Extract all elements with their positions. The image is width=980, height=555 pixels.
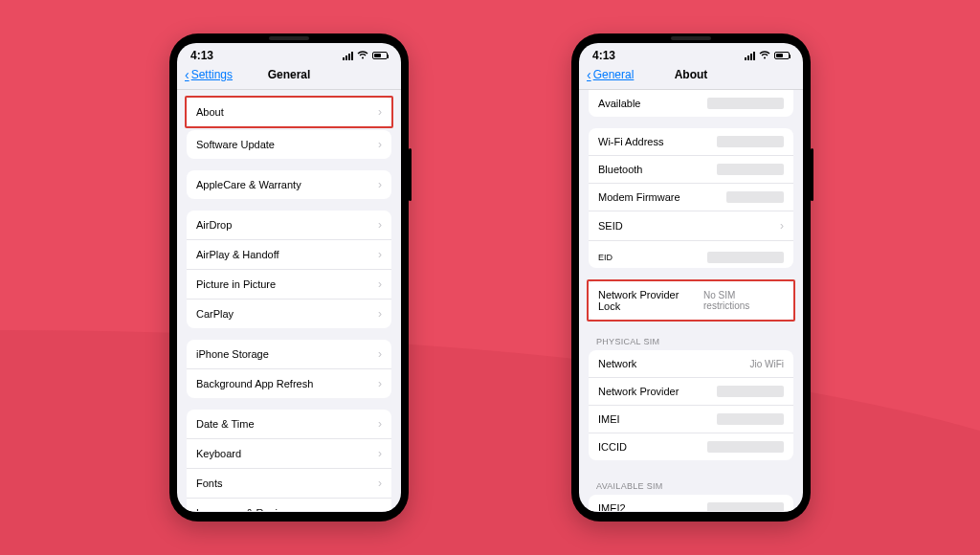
row-wifi-address[interactable]: Wi-Fi Address	[589, 128, 793, 156]
row-airplay[interactable]: AirPlay & Handoff ›	[187, 240, 391, 270]
row-fonts[interactable]: Fonts ›	[187, 469, 391, 499]
row-iccid[interactable]: ICCID	[589, 433, 793, 460]
redacted-value	[707, 98, 784, 109]
row-network-provider-lock[interactable]: Network Provider Lock No SIM restriction…	[589, 281, 793, 320]
row-iphone-storage[interactable]: iPhone Storage ›	[187, 340, 391, 369]
redacted-value	[707, 441, 784, 453]
nav-header: ‹ Settings General	[177, 64, 401, 90]
status-icons	[745, 50, 790, 61]
back-label: General	[593, 68, 635, 81]
row-modem-firmware[interactable]: Modem Firmware	[589, 184, 793, 211]
chevron-left-icon: ‹	[587, 67, 591, 82]
back-button[interactable]: ‹ General	[587, 67, 634, 82]
status-bar: 4:13	[177, 43, 401, 64]
chevron-right-icon: ›	[378, 218, 382, 232]
highlight-network-lock: Network Provider Lock No SIM restriction…	[587, 279, 795, 322]
screen-general: 4:13 ‹ Settings General	[177, 43, 401, 512]
row-imei[interactable]: IMEI	[589, 406, 793, 433]
phone-side-button	[409, 148, 412, 201]
chevron-right-icon: ›	[780, 219, 784, 233]
row-imei2[interactable]: IMEI2	[589, 495, 793, 511]
back-label: Settings	[191, 68, 233, 81]
back-button[interactable]: ‹ Settings	[185, 67, 233, 82]
screen-about: 4:13 ‹ General About	[579, 43, 803, 512]
chevron-right-icon: ›	[378, 278, 382, 291]
section-header-available-sim: AVAILABLE SIM	[589, 472, 793, 495]
redacted-value	[717, 386, 784, 397]
redacted-value	[717, 413, 784, 425]
cellular-signal-icon	[745, 52, 755, 60]
chevron-right-icon: ›	[378, 105, 382, 119]
redacted-value	[726, 191, 784, 203]
redacted-value	[717, 136, 784, 147]
chevron-left-icon: ‹	[185, 67, 189, 82]
redacted-value	[717, 164, 784, 175]
row-software-update[interactable]: Software Update ›	[187, 130, 391, 159]
stage: 4:13 ‹ Settings General	[0, 0, 980, 555]
redacted-value	[707, 252, 784, 263]
redacted-value	[707, 502, 784, 511]
row-pip[interactable]: Picture in Picture ›	[187, 270, 391, 300]
row-about[interactable]: About ›	[187, 98, 391, 126]
content-about[interactable]: Available Wi-Fi Address Bluetooth Modem	[579, 90, 803, 511]
chevron-right-icon: ›	[378, 347, 382, 361]
chevron-right-icon: ›	[378, 417, 382, 431]
chevron-right-icon: ›	[378, 307, 382, 321]
chevron-right-icon: ›	[378, 447, 382, 460]
wifi-icon	[759, 50, 770, 61]
chevron-right-icon: ›	[378, 138, 382, 151]
battery-icon	[372, 52, 388, 59]
row-keyboard[interactable]: Keyboard ›	[187, 439, 391, 469]
row-language-region[interactable]: Language & Region ›	[187, 499, 391, 511]
row-network[interactable]: Network Jio WiFi	[589, 350, 793, 378]
chevron-right-icon: ›	[378, 506, 382, 511]
phone-mockup-right: 4:13 ‹ General About	[571, 33, 811, 522]
row-eid[interactable]: EID	[589, 241, 793, 268]
wifi-icon	[357, 50, 368, 61]
content-general[interactable]: About › Software Update › AppleCare & Wa…	[177, 90, 401, 511]
section-header-physical-sim: PHYSICAL SIM	[589, 327, 793, 350]
row-bluetooth[interactable]: Bluetooth	[589, 156, 793, 184]
phone-side-button	[811, 148, 813, 201]
row-background-refresh[interactable]: Background App Refresh ›	[187, 369, 391, 398]
chevron-right-icon: ›	[378, 477, 382, 490]
chevron-right-icon: ›	[378, 248, 382, 261]
row-airdrop[interactable]: AirDrop ›	[187, 211, 391, 240]
row-network-provider[interactable]: Network Provider	[589, 378, 793, 406]
status-time: 4:13	[592, 49, 615, 62]
row-date-time[interactable]: Date & Time ›	[187, 410, 391, 439]
row-carplay[interactable]: CarPlay ›	[187, 300, 391, 328]
status-icons	[343, 50, 388, 61]
row-seid[interactable]: SEID ›	[589, 211, 793, 241]
chevron-right-icon: ›	[378, 178, 382, 191]
status-bar: 4:13	[579, 43, 803, 64]
chevron-right-icon: ›	[378, 377, 382, 390]
row-applecare[interactable]: AppleCare & Warranty ›	[187, 170, 391, 199]
status-time: 4:13	[190, 49, 213, 62]
row-available[interactable]: Available	[589, 90, 793, 117]
cellular-signal-icon	[343, 52, 353, 60]
highlight-about: About ›	[185, 96, 393, 128]
phone-mockup-left: 4:13 ‹ Settings General	[169, 33, 409, 522]
nav-header: ‹ General About	[579, 64, 803, 90]
battery-icon	[774, 52, 790, 59]
